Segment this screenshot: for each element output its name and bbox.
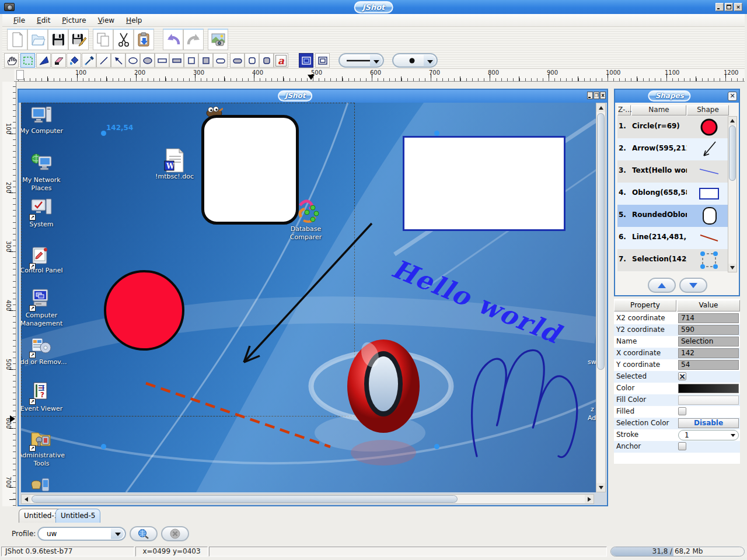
horizontal-scroll-thumb[interactable] (32, 495, 458, 503)
anchor-checkbox-unchecked[interactable] (678, 442, 686, 450)
paste-button[interactable] (134, 29, 154, 50)
menu-help[interactable]: Help (121, 15, 147, 26)
profile-delete-button-disabled[interactable] (161, 526, 189, 541)
ellipse-tool[interactable] (125, 53, 140, 68)
rectangular-selection-tool[interactable] (20, 53, 35, 68)
square-tool[interactable] (184, 53, 198, 68)
move-shape-up-button[interactable] (648, 278, 676, 293)
scroll-down-arrow[interactable] (596, 483, 605, 492)
shape-row-rounded-oblong-selected[interactable]: 5. RoundedOblon... (617, 205, 729, 227)
scroll-up-arrow[interactable] (596, 103, 605, 112)
menu-edit[interactable]: Edit (32, 15, 55, 26)
capture-screenshot-button[interactable] (208, 29, 228, 50)
selection-handle-top-right[interactable] (434, 131, 439, 136)
shape-row-selection[interactable]: 7. Selection(142,5... (617, 249, 729, 271)
shapes-panel-titlebar[interactable]: Shapes ✕ (615, 90, 739, 103)
move-shape-down-button[interactable] (679, 278, 707, 293)
scroll-down-arrow[interactable] (728, 264, 736, 272)
selection-handle-bottom-right[interactable] (434, 444, 439, 449)
text-tool[interactable]: a (274, 53, 288, 68)
rounded-oblong-tool[interactable] (213, 53, 228, 68)
y-coordinate-field[interactable]: 54 (678, 360, 739, 370)
pan-hand-tool[interactable] (4, 53, 19, 68)
doc-close-button[interactable]: x (600, 92, 606, 99)
new-document-button[interactable] (7, 29, 27, 50)
oblong-shape[interactable] (403, 136, 566, 231)
selected-checkbox-checked[interactable]: × (678, 372, 686, 380)
document-titlebar[interactable]: JShot ❐ x (19, 90, 607, 103)
column-header-value[interactable]: Value (677, 300, 740, 312)
save-button[interactable] (48, 29, 68, 50)
scroll-right-arrow[interactable] (585, 495, 594, 503)
canvas-horizontal-scrollbar[interactable] (21, 494, 594, 504)
maximize-button[interactable] (725, 3, 733, 11)
shapes-panel-close-icon[interactable]: ✕ (728, 92, 737, 101)
rounded-square-tool[interactable] (245, 53, 259, 68)
arrow-tool[interactable] (111, 53, 125, 68)
endpoint-style-dropdown[interactable] (392, 53, 438, 68)
minimize-button[interactable] (715, 3, 724, 11)
undo-button[interactable] (163, 29, 183, 50)
line-tool[interactable] (96, 53, 111, 68)
column-header-z[interactable]: Z-... (617, 105, 631, 116)
column-header-property[interactable]: Property (614, 300, 676, 312)
color-picker-tool[interactable] (82, 53, 96, 68)
image-canvas[interactable]: My Computer My Network Places ↗ System ↗… (21, 103, 596, 492)
oblong-tool[interactable] (155, 53, 169, 68)
profile-preview-button[interactable] (130, 526, 158, 541)
menu-file[interactable]: File (8, 15, 30, 26)
copy-button[interactable] (93, 29, 113, 50)
y2-coordinate-field[interactable]: 590 (678, 325, 739, 335)
selection-handle-top-left[interactable] (101, 131, 106, 136)
menu-view[interactable]: View (93, 15, 120, 26)
column-header-name[interactable]: Name (631, 105, 686, 116)
filled-checkbox-unchecked[interactable] (678, 407, 686, 415)
memory-usage-indicator[interactable]: 31,8 / 68,2 Mb (610, 547, 745, 556)
color-swatch-dark[interactable] (678, 384, 739, 393)
fill-color-swatch-light[interactable] (678, 396, 739, 405)
x2-coordinate-field[interactable]: 714 (678, 313, 739, 323)
circle-shape[interactable] (104, 270, 184, 351)
shape-row-oblong[interactable]: 4. Oblong(658,58,... (617, 183, 729, 205)
scroll-left-arrow[interactable] (22, 495, 30, 503)
doc-minimize-button[interactable] (587, 92, 593, 99)
scroll-up-arrow[interactable] (728, 117, 736, 125)
pencil-tool[interactable] (36, 53, 51, 68)
save-as-button[interactable] (68, 29, 89, 50)
profile-combobox[interactable]: uw (37, 527, 126, 541)
frame-style-filled-button[interactable] (299, 53, 313, 68)
disable-button[interactable]: Disable (678, 418, 739, 428)
shape-row-arrow[interactable]: 2. Arrow(595,211,... (617, 138, 729, 160)
shapes-list-scrollbar[interactable] (728, 116, 737, 272)
shape-row-text[interactable]: 3. Text(Hello world) (617, 160, 729, 183)
rounded-oblong-shape[interactable] (201, 115, 299, 225)
canvas-vertical-scrollbar[interactable] (596, 103, 606, 492)
filled-rounded-oblong-tool[interactable] (230, 53, 245, 68)
doc-restore-button[interactable]: ❐ (594, 92, 599, 99)
menu-picture[interactable]: Picture (57, 15, 91, 26)
filled-ellipse-tool[interactable] (140, 53, 155, 68)
app-titlebar[interactable]: JShot × (0, 0, 747, 14)
name-field[interactable]: Selection (678, 337, 739, 346)
stroke-style-dropdown[interactable] (338, 53, 384, 68)
tab-untitled-5[interactable]: Untitled-5 (55, 509, 100, 523)
shape-row-circle[interactable]: 1. Circle(r=69) (617, 116, 729, 138)
column-header-shape[interactable]: Shape (687, 105, 729, 116)
shapes-scroll-thumb[interactable] (729, 125, 736, 181)
x-coordinate-field[interactable]: 142 (678, 348, 739, 358)
vertical-scroll-thumb[interactable] (597, 113, 605, 370)
filled-oblong-tool[interactable] (169, 53, 184, 68)
redo-button[interactable] (183, 29, 204, 50)
selection-handle-bottom-left[interactable] (101, 444, 106, 449)
open-button[interactable] (27, 29, 48, 50)
filled-square-tool[interactable] (198, 53, 213, 68)
stroke-dropdown[interactable]: 1 (678, 430, 739, 440)
filled-rounded-square-tool[interactable] (259, 53, 274, 68)
cut-button[interactable] (113, 29, 134, 50)
fill-bucket-tool[interactable] (67, 53, 81, 68)
eraser-tool[interactable] (51, 53, 66, 68)
close-button[interactable]: × (734, 3, 742, 11)
shape-row-line[interactable]: 6. Line(214,481,5... (617, 227, 729, 249)
property-label: Stroke (616, 430, 638, 439)
frame-style-outline-button[interactable] (315, 53, 330, 68)
